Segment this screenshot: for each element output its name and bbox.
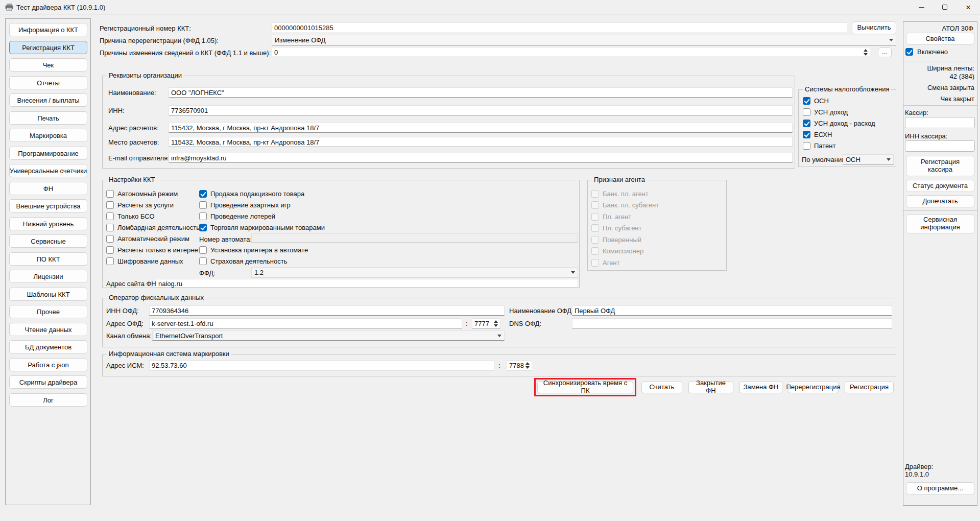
replace-fn-button[interactable]: Замена ФН: [739, 381, 782, 393]
ofd-dns-input[interactable]: [572, 318, 892, 328]
kkt-automatic-checkbox[interactable]: [106, 235, 114, 243]
chevron-down-icon: [887, 158, 891, 161]
ofd-name-label: Наименование ОФД:: [509, 307, 573, 315]
kkt-internet-only-checkbox[interactable]: [106, 246, 114, 254]
org-payment-place-input[interactable]: [169, 137, 793, 147]
kkt-settings-title: Настройки ККТ: [107, 176, 157, 184]
sidebar-item-print[interactable]: Печать: [9, 111, 87, 125]
sidebar-item-programming[interactable]: Программирование: [9, 147, 87, 160]
minimize-button[interactable]: [910, 0, 933, 14]
org-name-input[interactable]: [169, 87, 793, 98]
ism-address-input[interactable]: [149, 360, 494, 370]
agent-attorney-checkbox[interactable]: [591, 236, 599, 244]
kkt-services-checkbox[interactable]: [106, 201, 114, 209]
rereg-button[interactable]: Перерегистрация: [788, 381, 839, 393]
read-button[interactable]: Считать: [641, 381, 682, 393]
service-info-button[interactable]: Сервисная информация: [906, 214, 974, 233]
reg-number-input[interactable]: [272, 22, 847, 33]
agent-commissioner-checkbox[interactable]: [591, 247, 599, 255]
cashier-input[interactable]: [905, 117, 975, 128]
tax-patent-checkbox[interactable]: [803, 142, 810, 150]
sidebar-item-doc-db[interactable]: БД документов: [9, 340, 87, 353]
agent-group-title: Признаки агента: [592, 176, 647, 184]
rereg-reason-combobox[interactable]: Изменение ОФД: [272, 35, 896, 45]
ofd-name-input[interactable]: [572, 305, 892, 316]
ffd-combobox[interactable]: 1.2: [251, 267, 578, 277]
sidebar-item-service[interactable]: Сервисные: [9, 234, 87, 248]
tax-default-combobox[interactable]: ОСН: [843, 154, 894, 164]
maximize-button[interactable]: [933, 0, 957, 14]
sidebar-item-reports[interactable]: Отчеты: [9, 76, 87, 89]
doc-status-button[interactable]: Статус документа: [906, 180, 974, 192]
kkt-lottery-checkbox[interactable]: [199, 212, 207, 220]
kkt-printer-in-automat-checkbox[interactable]: [199, 246, 207, 254]
cashier-register-button[interactable]: Регистрация кассира: [906, 156, 974, 176]
agent-bank-subagent-checkbox[interactable]: [591, 201, 599, 209]
fns-site-input[interactable]: [156, 279, 578, 288]
tax-osn-checkbox[interactable]: [803, 97, 810, 105]
kkt-encryption-checkbox[interactable]: [106, 257, 114, 265]
sidebar-item-universal-counters[interactable]: Универсальные счетчики: [9, 164, 87, 177]
sidebar-item-licenses[interactable]: Лицензии: [9, 270, 87, 283]
change-reasons-input[interactable]: [272, 47, 870, 57]
kkt-marked-goods-checkbox[interactable]: [199, 224, 207, 231]
ofd-address-input[interactable]: [149, 318, 462, 328]
sidebar-item-driver-scripts[interactable]: Скрипты драйвера: [9, 375, 87, 389]
ism-port-spinner[interactable]: [524, 361, 531, 369]
tape-width-value: 42 (384): [905, 73, 974, 81]
agent-attorney-label: Поверенный: [603, 236, 641, 244]
reprint-button[interactable]: Допечатать: [906, 195, 974, 207]
sidebar-item-low-level[interactable]: Нижний уровень: [9, 217, 87, 230]
org-inn-input[interactable]: [169, 105, 793, 115]
cashier-inn-input[interactable]: [905, 140, 975, 152]
sidebar-item-kkt-info[interactable]: Информация о ККТ: [9, 23, 87, 36]
ofd-channel-combobox[interactable]: EthernetOverTransport: [152, 330, 505, 341]
agent-payment-subagent-checkbox[interactable]: [591, 224, 599, 232]
sidebar-item-json[interactable]: Работа с json: [9, 358, 87, 371]
automat-number-input[interactable]: [251, 233, 578, 243]
kkt-excise-checkbox[interactable]: [199, 190, 207, 198]
close-fn-button[interactable]: Закрытие ФН: [688, 381, 733, 393]
agent-payment-agent-checkbox[interactable]: [591, 213, 599, 221]
about-button[interactable]: О программе...: [906, 482, 974, 494]
kkt-autonomous-checkbox[interactable]: [106, 190, 114, 198]
cashier-label: Кассир:: [905, 109, 928, 117]
agent-bank-agent-checkbox[interactable]: [591, 190, 599, 198]
org-email-input[interactable]: [169, 153, 793, 163]
sidebar-item-kkt-software[interactable]: ПО ККТ: [9, 252, 87, 266]
kkt-bso-only-label: Только БСО: [117, 212, 155, 221]
agent-agent-checkbox[interactable]: [591, 259, 599, 267]
properties-button[interactable]: Свойства: [906, 33, 974, 45]
spin-down-icon: [525, 366, 530, 369]
sidebar-item-deposits-payouts[interactable]: Внесения / выплаты: [9, 93, 87, 107]
device-enabled-checkbox[interactable]: [905, 48, 913, 56]
tax-usn-income-expense-checkbox[interactable]: [803, 120, 810, 127]
tax-eshn-checkbox[interactable]: [803, 131, 810, 138]
sidebar-item-fn[interactable]: ФН: [9, 182, 87, 195]
sidebar-item-log[interactable]: Лог: [9, 393, 87, 407]
sidebar-item-kkt-templates[interactable]: Шаблоны ККТ: [9, 288, 87, 301]
sidebar-item-external-devices[interactable]: Внешние устройства: [9, 199, 87, 212]
kkt-gambling-checkbox[interactable]: [199, 201, 207, 209]
tax-usn-income-checkbox[interactable]: [803, 108, 810, 116]
kkt-bso-only-checkbox[interactable]: [106, 212, 114, 220]
register-button[interactable]: Регистрация: [845, 381, 894, 393]
change-reasons-label: Причины изменения сведений о ККТ (ФФД 1.…: [100, 49, 271, 57]
org-payment-address-input[interactable]: [169, 123, 793, 133]
sidebar-item-data-reading[interactable]: Чтение данных: [9, 323, 87, 336]
ofd-inn-input[interactable]: [149, 305, 505, 316]
sidebar-item-marking[interactable]: Маркировка: [9, 129, 87, 142]
tax-osn-label: ОСН: [814, 97, 829, 105]
change-reasons-spinner[interactable]: [862, 48, 869, 56]
sync-time-button[interactable]: Синхронизировать время с ПК: [537, 381, 633, 393]
kkt-insurance-checkbox[interactable]: [199, 257, 207, 265]
more-button[interactable]: ...: [878, 48, 892, 57]
close-button[interactable]: ×: [957, 0, 980, 14]
sidebar-item-kkt-registration[interactable]: Регистрация ККТ: [9, 41, 87, 54]
sidebar-item-receipt[interactable]: Чек: [9, 58, 87, 72]
ofd-port-spinner[interactable]: [492, 319, 499, 327]
kkt-pawnshop-checkbox[interactable]: [106, 224, 114, 231]
compute-button[interactable]: Вычислить: [852, 21, 896, 34]
sidebar-item-other[interactable]: Прочее: [9, 305, 87, 318]
ofd-group-title: Оператор фискальных данных: [107, 294, 206, 302]
